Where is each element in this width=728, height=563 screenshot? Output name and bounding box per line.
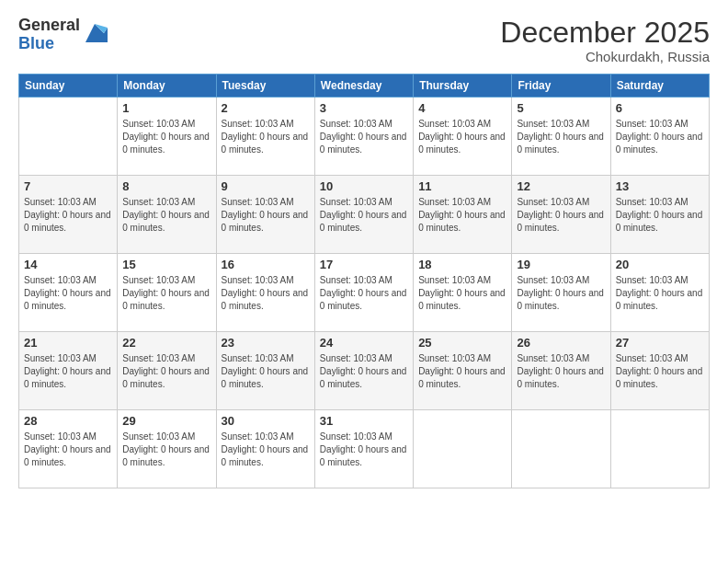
calendar-cell: 23Sunset: 10:03 AM Daylight: 0 hours and… <box>216 332 314 410</box>
day-number: 6 <box>616 101 704 115</box>
calendar-cell: 14Sunset: 10:03 AM Daylight: 0 hours and… <box>19 254 118 332</box>
calendar-cell: 27Sunset: 10:03 AM Daylight: 0 hours and… <box>610 332 709 410</box>
day-info: Sunset: 10:03 AM Daylight: 0 hours and 0… <box>320 431 408 469</box>
day-number: 31 <box>320 414 408 428</box>
day-info: Sunset: 10:03 AM Daylight: 0 hours and 0… <box>320 274 408 313</box>
day-info: Sunset: 10:03 AM Daylight: 0 hours and 0… <box>616 196 704 235</box>
calendar-cell <box>414 410 512 488</box>
logo-icon <box>82 20 108 46</box>
calendar-week-row: 14Sunset: 10:03 AM Daylight: 0 hours and… <box>19 254 710 332</box>
day-number: 23 <box>222 336 310 350</box>
calendar-cell: 15Sunset: 10:03 AM Daylight: 0 hours and… <box>118 254 216 332</box>
day-info: Sunset: 10:03 AM Daylight: 0 hours and 0… <box>24 274 112 313</box>
location: Chokurdakh, Russia <box>500 49 710 64</box>
day-number: 9 <box>222 179 310 193</box>
calendar-cell: 2Sunset: 10:03 AM Daylight: 0 hours and … <box>216 98 314 176</box>
logo-blue: Blue <box>18 35 80 53</box>
calendar-cell: 13Sunset: 10:03 AM Daylight: 0 hours and… <box>610 176 709 254</box>
calendar-cell: 3Sunset: 10:03 AM Daylight: 0 hours and … <box>314 98 413 176</box>
weekday-header: Friday <box>512 75 610 98</box>
weekday-header: Tuesday <box>216 75 314 98</box>
calendar-cell <box>512 410 610 488</box>
day-info: Sunset: 10:03 AM Daylight: 0 hours and 0… <box>122 196 210 235</box>
day-number: 20 <box>616 258 704 271</box>
calendar-cell <box>610 410 709 488</box>
day-info: Sunset: 10:03 AM Daylight: 0 hours and 0… <box>616 118 704 156</box>
day-info: Sunset: 10:03 AM Daylight: 0 hours and 0… <box>222 431 310 469</box>
calendar-cell: 16Sunset: 10:03 AM Daylight: 0 hours and… <box>216 254 314 332</box>
day-number: 15 <box>122 258 210 271</box>
day-number: 4 <box>418 101 506 115</box>
weekday-header: Thursday <box>414 75 512 98</box>
calendar-cell: 11Sunset: 10:03 AM Daylight: 0 hours and… <box>414 176 512 254</box>
day-number: 25 <box>418 336 506 350</box>
calendar-week-row: 21Sunset: 10:03 AM Daylight: 0 hours and… <box>19 332 710 410</box>
calendar-week-row: 7Sunset: 10:03 AM Daylight: 0 hours and … <box>19 176 710 254</box>
calendar-cell: 19Sunset: 10:03 AM Daylight: 0 hours and… <box>512 254 610 332</box>
day-number: 13 <box>616 179 704 193</box>
day-number: 19 <box>517 258 605 271</box>
day-info: Sunset: 10:03 AM Daylight: 0 hours and 0… <box>24 196 112 235</box>
calendar-cell: 28Sunset: 10:03 AM Daylight: 0 hours and… <box>19 410 118 488</box>
calendar-cell: 6Sunset: 10:03 AM Daylight: 0 hours and … <box>610 98 709 176</box>
day-info: Sunset: 10:03 AM Daylight: 0 hours and 0… <box>122 274 210 313</box>
day-info: Sunset: 10:03 AM Daylight: 0 hours and 0… <box>418 118 506 156</box>
day-info: Sunset: 10:03 AM Daylight: 0 hours and 0… <box>122 118 210 156</box>
calendar: SundayMondayTuesdayWednesdayThursdayFrid… <box>18 74 710 488</box>
day-info: Sunset: 10:03 AM Daylight: 0 hours and 0… <box>616 274 704 313</box>
calendar-cell: 24Sunset: 10:03 AM Daylight: 0 hours and… <box>314 332 413 410</box>
calendar-cell: 31Sunset: 10:03 AM Daylight: 0 hours and… <box>314 410 413 488</box>
calendar-cell: 10Sunset: 10:03 AM Daylight: 0 hours and… <box>314 176 413 254</box>
day-info: Sunset: 10:03 AM Daylight: 0 hours and 0… <box>517 118 605 156</box>
day-number: 18 <box>418 258 506 271</box>
day-info: Sunset: 10:03 AM Daylight: 0 hours and 0… <box>418 196 506 235</box>
day-info: Sunset: 10:03 AM Daylight: 0 hours and 0… <box>616 352 704 391</box>
calendar-cell: 18Sunset: 10:03 AM Daylight: 0 hours and… <box>414 254 512 332</box>
calendar-cell: 21Sunset: 10:03 AM Daylight: 0 hours and… <box>19 332 118 410</box>
day-number: 2 <box>222 101 310 115</box>
page: General Blue December 2025 Chokurdakh, R… <box>0 0 728 563</box>
day-info: Sunset: 10:03 AM Daylight: 0 hours and 0… <box>517 274 605 313</box>
calendar-cell: 9Sunset: 10:03 AM Daylight: 0 hours and … <box>216 176 314 254</box>
logo: General Blue <box>18 17 108 53</box>
calendar-cell: 29Sunset: 10:03 AM Daylight: 0 hours and… <box>118 410 216 488</box>
day-info: Sunset: 10:03 AM Daylight: 0 hours and 0… <box>222 274 310 313</box>
day-info: Sunset: 10:03 AM Daylight: 0 hours and 0… <box>418 274 506 313</box>
calendar-cell <box>19 98 118 176</box>
day-number: 3 <box>320 101 408 115</box>
calendar-cell: 26Sunset: 10:03 AM Daylight: 0 hours and… <box>512 332 610 410</box>
day-number: 24 <box>320 336 408 350</box>
calendar-cell: 8Sunset: 10:03 AM Daylight: 0 hours and … <box>118 176 216 254</box>
day-info: Sunset: 10:03 AM Daylight: 0 hours and 0… <box>517 352 605 391</box>
weekday-header: Wednesday <box>314 75 413 98</box>
day-info: Sunset: 10:03 AM Daylight: 0 hours and 0… <box>517 196 605 235</box>
calendar-week-row: 28Sunset: 10:03 AM Daylight: 0 hours and… <box>19 410 710 488</box>
logo-text: General Blue <box>18 17 80 53</box>
day-info: Sunset: 10:03 AM Daylight: 0 hours and 0… <box>222 196 310 235</box>
day-number: 7 <box>24 179 112 193</box>
weekday-header: Sunday <box>19 75 118 98</box>
day-info: Sunset: 10:03 AM Daylight: 0 hours and 0… <box>222 118 310 156</box>
day-info: Sunset: 10:03 AM Daylight: 0 hours and 0… <box>320 118 408 156</box>
calendar-cell: 30Sunset: 10:03 AM Daylight: 0 hours and… <box>216 410 314 488</box>
header: General Blue December 2025 Chokurdakh, R… <box>18 17 710 64</box>
day-info: Sunset: 10:03 AM Daylight: 0 hours and 0… <box>418 352 506 391</box>
calendar-cell: 25Sunset: 10:03 AM Daylight: 0 hours and… <box>414 332 512 410</box>
weekday-row: SundayMondayTuesdayWednesdayThursdayFrid… <box>19 75 710 98</box>
calendar-header: SundayMondayTuesdayWednesdayThursdayFrid… <box>19 75 710 98</box>
day-info: Sunset: 10:03 AM Daylight: 0 hours and 0… <box>320 196 408 235</box>
day-number: 17 <box>320 258 408 271</box>
day-number: 12 <box>517 179 605 193</box>
day-number: 28 <box>24 414 112 428</box>
day-number: 8 <box>122 179 210 193</box>
day-number: 1 <box>122 101 210 115</box>
day-number: 27 <box>616 336 704 350</box>
day-number: 30 <box>222 414 310 428</box>
calendar-body: 1Sunset: 10:03 AM Daylight: 0 hours and … <box>19 98 710 488</box>
calendar-cell: 20Sunset: 10:03 AM Daylight: 0 hours and… <box>610 254 709 332</box>
weekday-header: Monday <box>118 75 216 98</box>
month-title: December 2025 <box>500 17 710 49</box>
calendar-cell: 1Sunset: 10:03 AM Daylight: 0 hours and … <box>118 98 216 176</box>
weekday-header: Saturday <box>610 75 709 98</box>
day-number: 29 <box>122 414 210 428</box>
